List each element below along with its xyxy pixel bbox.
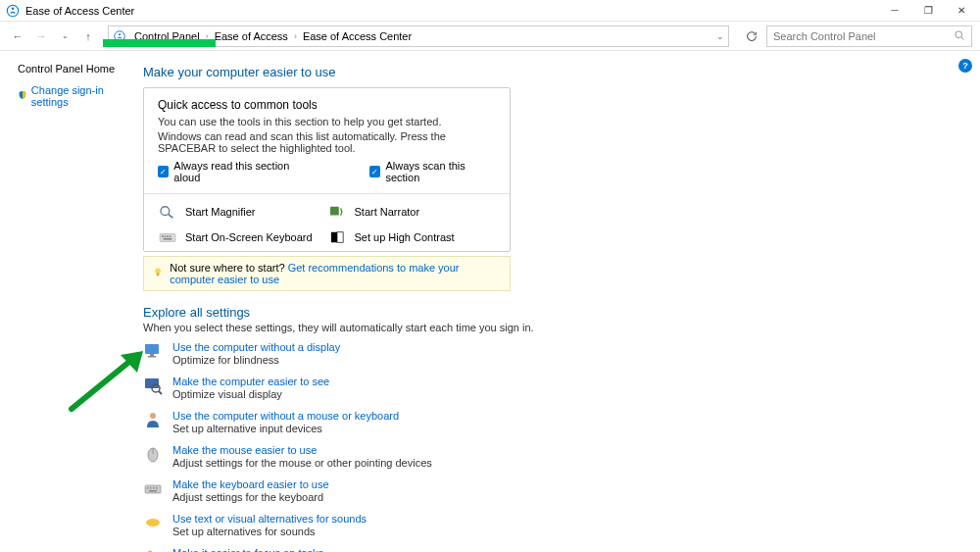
svg-rect-28 — [145, 485, 161, 493]
monitor-off-icon — [143, 341, 163, 361]
titlebar: Ease of Access Center ─ ❐ ✕ — [0, 0, 980, 22]
check-scan[interactable]: ✓ Always scan this section — [369, 160, 496, 183]
narrator-icon — [327, 204, 347, 220]
svg-point-0 — [7, 5, 18, 16]
mouse-icon — [143, 444, 163, 464]
window-controls: ─ ❐ ✕ — [878, 1, 978, 21]
explore-sub: When you select these settings, they wil… — [143, 322, 960, 333]
svg-rect-15 — [330, 232, 336, 243]
setting-link[interactable]: Use the computer without a display — [172, 341, 340, 353]
setting-without-mouse-keyboard: Use the computer without a mouse or keyb… — [143, 410, 960, 434]
svg-point-25 — [150, 413, 156, 419]
keyboard-small-icon — [143, 478, 163, 498]
bulb-icon — [154, 268, 162, 279]
titlebar-left: Ease of Access Center — [6, 4, 134, 18]
svg-rect-31 — [153, 487, 155, 489]
crumb-1[interactable]: Ease of Access — [213, 30, 290, 42]
setting-link[interactable]: Use the computer without a mouse or keyb… — [172, 410, 399, 422]
setting-easier-see: Make the computer easier to see Optimize… — [143, 376, 960, 400]
sidebar-signin[interactable]: Change sign-in settings — [18, 84, 123, 108]
svg-line-24 — [159, 391, 162, 394]
quick-title: Quick access to common tools — [158, 98, 496, 112]
setting-link[interactable]: Make the mouse easier to use — [172, 444, 432, 456]
setting-desc: Optimize for blindness — [172, 354, 340, 366]
svg-rect-19 — [145, 344, 159, 354]
tool-grid: Start Magnifier Start Narrator Start On-… — [158, 204, 496, 245]
keyboard-icon — [158, 229, 177, 245]
setting-desc: Set up alternative input devices — [172, 423, 399, 434]
check-label: Always read this section aloud — [173, 160, 311, 183]
quick-line2: Windows can read and scan this list auto… — [158, 130, 496, 154]
address-dropdown-icon[interactable]: ⌄ — [716, 31, 724, 41]
tool-magnifier[interactable]: Start Magnifier — [158, 204, 327, 220]
svg-rect-30 — [150, 487, 152, 489]
tool-contrast[interactable]: Set up High Contrast — [327, 229, 497, 245]
setting-link[interactable]: Make the keyboard easier to use — [172, 478, 329, 490]
tool-label: Set up High Contrast — [355, 231, 455, 243]
svg-rect-8 — [330, 207, 339, 216]
recent-dropdown[interactable]: ⌄ — [55, 26, 74, 46]
quick-line1: You can use the tools in this section to… — [158, 116, 496, 127]
setting-desc: Set up alternatives for sounds — [172, 526, 367, 537]
content: Make your computer easier to use Quick a… — [127, 51, 980, 552]
crumb-sep-icon: › — [290, 31, 301, 41]
search-input[interactable] — [773, 30, 954, 42]
minimize-button[interactable]: ─ — [878, 1, 911, 21]
svg-point-17 — [155, 269, 161, 275]
hint-prefix: Not sure where to start? — [170, 262, 287, 274]
svg-rect-21 — [148, 356, 156, 358]
sidebar-home[interactable]: Control Panel Home — [18, 63, 123, 75]
back-button[interactable]: ← — [8, 26, 27, 46]
tool-keyboard[interactable]: Start On-Screen Keyboard — [158, 229, 327, 245]
magnify-monitor-icon — [143, 376, 163, 395]
setting-without-display: Use the computer without a display Optim… — [143, 341, 960, 366]
setting-mouse: Make the mouse easier to use Adjust sett… — [143, 444, 960, 469]
check-read-aloud[interactable]: ✓ Always read this section aloud — [158, 160, 311, 183]
forward-button[interactable]: → — [31, 26, 51, 46]
search-box[interactable] — [766, 25, 972, 47]
explore-title: Explore all settings — [143, 305, 960, 320]
tool-label: Start Magnifier — [185, 206, 256, 218]
setting-sounds: Use text or visual alternatives for soun… — [143, 513, 960, 537]
contrast-icon — [327, 229, 347, 245]
svg-point-6 — [161, 207, 170, 216]
refresh-button[interactable] — [741, 25, 762, 47]
tool-label: Start Narrator — [355, 206, 420, 218]
setting-link[interactable]: Use text or visual alternatives for soun… — [172, 513, 367, 525]
setting-link[interactable]: Make it easier to focus on tasks — [172, 547, 350, 552]
crumb-2[interactable]: Ease of Access Center — [301, 30, 414, 42]
hint-bar: Not sure where to start? Get recommendat… — [143, 256, 511, 291]
quick-access-box: Quick access to common tools You can use… — [143, 87, 511, 252]
svg-line-5 — [961, 36, 964, 39]
checkbox-icon: ✓ — [369, 166, 380, 177]
divider — [144, 193, 510, 194]
help-icon[interactable]: ? — [958, 59, 972, 73]
svg-point-4 — [956, 30, 962, 37]
tool-label: Start On-Screen Keyboard — [185, 231, 313, 243]
svg-rect-11 — [165, 235, 167, 237]
setting-focus: Make it easier to focus on tasks Adjust … — [143, 547, 960, 552]
svg-rect-33 — [149, 490, 157, 492]
setting-link[interactable]: Make the computer easier to see — [172, 376, 329, 387]
sidebar-signin-label: Change sign-in settings — [31, 84, 123, 108]
sound-icon — [143, 513, 163, 532]
svg-point-3 — [119, 33, 121, 35]
checkbox-icon: ✓ — [158, 166, 169, 177]
setting-desc: Adjust settings for the keyboard — [172, 491, 329, 503]
check-label: Always scan this section — [385, 160, 496, 183]
up-button[interactable]: ↑ — [78, 26, 98, 46]
search-icon — [954, 29, 965, 43]
close-button[interactable]: ✕ — [945, 1, 978, 21]
tool-narrator[interactable]: Start Narrator — [327, 204, 497, 220]
setting-keyboard: Make the keyboard easier to use Adjust s… — [143, 478, 960, 503]
magnifier-icon — [158, 204, 177, 220]
svg-rect-10 — [162, 235, 164, 237]
svg-line-7 — [169, 215, 172, 219]
svg-point-34 — [146, 519, 160, 527]
maximize-button[interactable]: ❐ — [911, 1, 945, 21]
highlight-strip — [103, 39, 216, 47]
main-area: ? Control Panel Home Change sign-in sett… — [0, 51, 980, 552]
setting-desc: Optimize visual display — [172, 388, 329, 400]
people-icon — [143, 547, 163, 552]
svg-rect-20 — [150, 354, 154, 356]
